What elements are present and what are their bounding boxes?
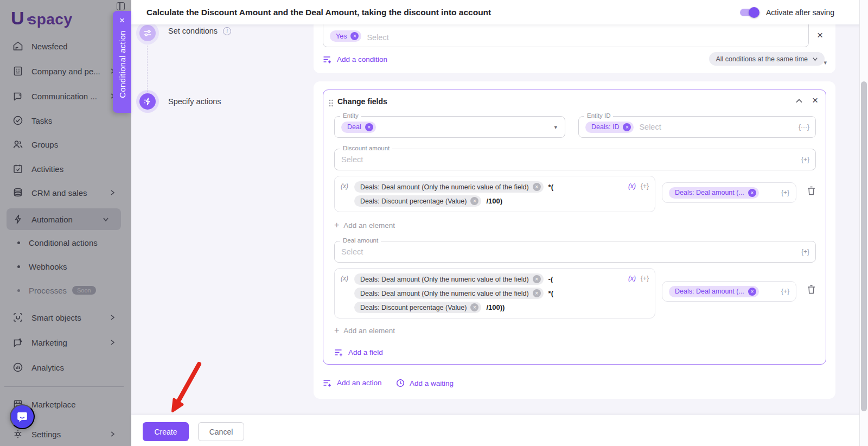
add-condition-button[interactable]: Add a condition [323,55,387,63]
conditional-action-drawer-tab[interactable]: × Conditional action [113,11,131,113]
actions-card: Change fields × Entity Deal × ▾ [314,81,835,399]
cancel-button[interactable]: Cancel [198,422,244,441]
remove-condition-button[interactable]: × [817,30,823,40]
insert-variable-icon[interactable]: {+} [781,288,789,295]
clock-icon [396,379,405,387]
add-element-label: Add an element [343,327,395,335]
add-action-button[interactable]: Add an action [323,379,382,387]
discount-formula-editor[interactable]: (x) (x) {+} Deals: Deal amount (Only the… [334,176,655,212]
chip-close-icon[interactable]: × [533,275,541,283]
close-card-button[interactable]: × [812,95,818,105]
formula-chip-label: Deals: Deal amount (Only the numeric val… [360,290,529,297]
delete-row-button[interactable] [807,284,816,295]
support-chat-button[interactable] [10,404,35,429]
formula-chip-label: Deals: Discount percentage (Value) [360,304,467,311]
list-plus-icon [334,348,343,356]
conditions-mode-dropdown[interactable]: All conditions at the same time [709,52,825,66]
set-conditions-step-icon [139,25,156,41]
delete-row-button[interactable] [807,186,816,196]
formula-chip-label: Deals: Deal amount (Only the numeric val… [360,183,529,191]
scrollbar-thumb[interactable] [861,81,867,411]
insert-variable-icon[interactable]: {+} [641,182,649,190]
chip-close-icon[interactable]: × [470,197,478,205]
deal-formula-editor[interactable]: (x) (x) {+} Deals: Deal amount (Only the… [334,268,655,318]
add-field-button[interactable]: Add a field [334,348,383,356]
entity-id-chip-label: Deals: ID [591,123,619,131]
step-connector [147,46,148,92]
condition-value-chip: Yes × [330,30,361,42]
conditions-card: Yes × Select ▾ × Add a condition All con… [314,24,835,73]
trash-icon [807,186,816,196]
formula-chip-label: Deals: Discount percentage (Value) [360,197,467,205]
add-element-button[interactable]: + Add an element [334,326,395,335]
page-scrollbar[interactable] [859,0,868,446]
plus-icon: + [334,220,339,230]
chip-close-icon[interactable]: × [350,32,359,40]
activate-toggle[interactable] [740,9,758,16]
formula-chip-label: Deals: Deal amount (Only the numeric val… [360,276,529,283]
formula-chip: Deals: Discount percentage (Value) × [354,302,481,313]
close-icon[interactable]: × [119,16,125,25]
deal-amount-field[interactable]: Deal amount Select {+} [334,241,816,263]
formula-operator: /100)) [486,303,505,311]
condition-select-field[interactable]: Yes × Select [323,24,809,47]
formula-chip: Deals: Deal amount (Only the numeric val… [354,288,544,299]
entity-field-label: Entity [340,112,361,119]
info-icon[interactable]: i [223,27,231,35]
formula-chip: Deals: Deal amount (Only the numeric val… [354,181,544,193]
chip-close-icon[interactable]: × [365,123,373,131]
target-chip-label: Deals: Deal amount (... [675,288,744,295]
insert-variable-icon[interactable]: {+} [801,156,809,163]
add-waiting-button[interactable]: Add a waiting [396,379,454,387]
plus-icon: + [334,326,339,335]
chip-close-icon[interactable]: × [470,303,478,311]
formula-operator: -( [548,275,553,283]
condition-select-placeholder: Select [367,33,388,42]
chip-close-icon[interactable]: × [748,288,756,296]
list-plus-icon [323,379,332,387]
deal-amount-placeholder: Select [341,247,363,256]
entity-id-field-label: Entity ID [584,112,613,119]
insert-variable-icon[interactable]: {+} [801,248,809,256]
entity-id-placeholder: Select [639,123,661,131]
insert-variable-icon[interactable]: {+} [781,189,789,196]
formula-row: Deals: Deal amount (Only the numeric val… [354,288,611,299]
modal-footer: Create Cancel [131,415,868,446]
add-condition-label: Add a condition [337,55,387,63]
drag-handle-icon[interactable] [328,99,334,107]
add-element-label: Add an element [343,221,395,230]
set-conditions-step: Set conditions i [168,27,231,35]
chip-close-icon[interactable]: × [748,189,756,197]
conditional-action-modal: Calculate the Discount Amount and the De… [131,0,868,446]
formula-variable-icon[interactable]: (x) [628,182,636,190]
formula-operator: *( [548,289,553,297]
discount-amount-field[interactable]: Discount amount Select {+} [334,149,816,170]
target-chip: Deals: Deal amount (... × [669,187,759,199]
insert-variable-icon[interactable]: {+} [641,275,649,282]
formula-icon: (x) [341,182,348,190]
chat-bubble-icon [16,410,29,423]
add-element-button[interactable]: + Add an element [334,220,395,230]
entity-id-field[interactable]: Entity ID Deals: ID × Select {···} [578,116,816,138]
add-waiting-label: Add a waiting [410,379,454,387]
formula-row: Deals: Deal amount (Only the numeric val… [354,181,611,193]
deal-target-field[interactable]: Deals: Deal amount (... × {+} [662,281,796,302]
add-action-label: Add an action [337,379,382,387]
specify-actions-step-icon [139,93,156,110]
chip-close-icon[interactable]: × [623,123,631,131]
chip-close-icon[interactable]: × [533,289,541,297]
chip-close-icon[interactable]: × [533,183,541,191]
create-button[interactable]: Create [143,422,189,441]
modal-title: Calculate the Discount Amount and the De… [146,8,491,17]
collapse-card-button[interactable] [795,98,803,104]
discount-target-field[interactable]: Deals: Deal amount (... × {+} [662,182,796,203]
entity-field[interactable]: Entity Deal × ▾ [334,116,565,138]
formula-icon: (x) [341,275,348,282]
braces-icon[interactable]: {···} [799,123,809,131]
formula-operator: /100) [486,197,502,205]
caret-down-icon[interactable]: ▾ [554,124,557,131]
activate-toggle-label: Activate after saving [766,8,834,17]
drawer-tab-label: Conditional action [118,30,127,98]
condition-chip-label: Yes [336,33,347,40]
formula-variable-icon[interactable]: (x) [628,275,636,282]
